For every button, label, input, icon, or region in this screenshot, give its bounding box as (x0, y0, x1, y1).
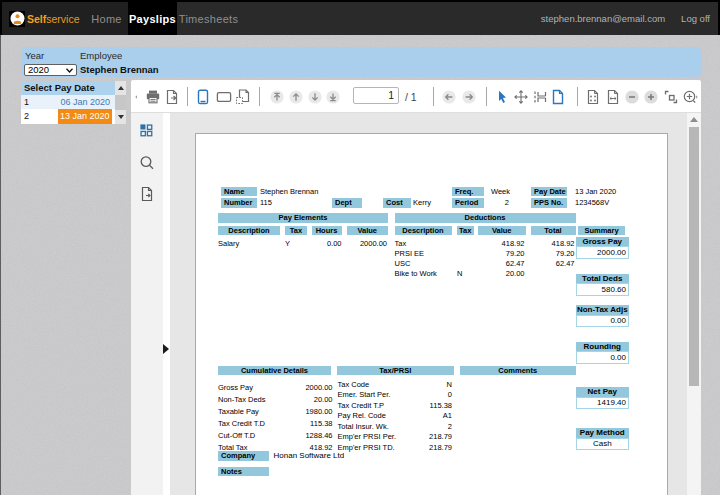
zoom-window-icon[interactable] (662, 80, 680, 113)
cumulative-value: 1288.46 (276, 431, 333, 441)
tax-prsi-label: Tax Credit T.P (338, 401, 385, 411)
payslip-ppsno-label: PPS No. (531, 198, 567, 208)
pay-date-rows: 106 Jan 2020213 Jan 2020 (21, 95, 115, 124)
cumulative-label: Tax Credit T.D (218, 419, 265, 429)
toolbar-separator (433, 87, 434, 106)
cumulative-label: Non-Tax Deds (218, 395, 266, 405)
window-left-edge (0, 35, 1, 495)
deductions-col-value: Value (478, 226, 526, 236)
export-icon[interactable] (163, 80, 181, 113)
pay-date-panel: Select Pay Date 106 Jan 2020213 Jan 2020 (21, 81, 126, 124)
scroll-right-chevron-icon[interactable] (695, 80, 703, 113)
continuous-view-icon[interactable] (215, 80, 233, 113)
report-viewer: / 1 NameStephen BrennanFreq.WeekPay Date… (131, 80, 701, 495)
company-label: Company (218, 451, 269, 461)
pay-element-value: 2000.00 (346, 239, 387, 249)
single-page-view-icon[interactable] (194, 80, 212, 113)
forward-icon[interactable] (461, 80, 478, 113)
deduction-value: 62.47 (477, 259, 525, 269)
scroll-up-icon[interactable] (687, 115, 702, 124)
logoff-link[interactable]: Log off (681, 13, 710, 24)
deduction-total: 79.20 (530, 249, 575, 259)
tax-prsi-label: Total Insur. Wk. (338, 422, 389, 432)
app-logo[interactable]: Selfservice (2, 2, 80, 35)
scrollbar-thumb[interactable] (115, 95, 126, 111)
toolbar-separator (187, 87, 188, 106)
zoom-out-icon[interactable] (624, 80, 641, 113)
pay-date-value[interactable]: 13 Jan 2020 (58, 109, 112, 123)
app-header: Selfservice HomePayslipsTimesheets steph… (0, 0, 720, 35)
scrollbar-thumb[interactable] (689, 127, 699, 386)
scroll-down-icon[interactable] (115, 110, 126, 124)
tax-prsi-value: 115.38 (386, 401, 452, 411)
viewer-toolbar: / 1 (131, 80, 701, 113)
zoom-in-icon[interactable] (643, 80, 660, 113)
search-icon[interactable] (139, 155, 155, 171)
fit-page-icon[interactable] (584, 80, 602, 113)
select-tool-icon[interactable] (493, 80, 511, 113)
snap-tool-icon[interactable] (531, 80, 549, 113)
page-tool-icon[interactable] (549, 80, 567, 113)
multi-page-view-icon[interactable] (234, 80, 252, 113)
previous-page-icon[interactable] (287, 80, 304, 113)
payslip-name-label: Name (221, 187, 257, 197)
deduction-description: Bike to Work (395, 269, 437, 279)
panel-splitter[interactable] (163, 113, 170, 495)
pay-element-description: Salary (218, 239, 239, 249)
app-title: Selfservice (27, 13, 80, 25)
pay-date-value[interactable]: 06 Jan 2020 (60, 95, 110, 109)
tax-prsi-title: Tax/PRSI (337, 366, 455, 376)
deductions-col-total: Total (531, 226, 576, 236)
summary-title: Summary (578, 226, 625, 236)
pay-date-scrollbar[interactable] (115, 81, 126, 124)
print-icon[interactable] (144, 80, 162, 113)
pay-date-row[interactable]: 106 Jan 2020 (21, 95, 115, 109)
scroll-left-chevron-icon[interactable] (134, 80, 142, 113)
screen: Selfservice HomePayslipsTimesheets steph… (0, 0, 720, 495)
expand-panel-icon[interactable] (163, 344, 169, 354)
payslip-period-label: Period (452, 198, 484, 208)
fit-width-icon[interactable] (604, 80, 622, 113)
year-select[interactable]: 2020 (24, 64, 77, 76)
payslip-page: NameStephen BrennanFreq.WeekPay Date13 J… (195, 133, 668, 495)
nav-tab-home[interactable]: Home (85, 2, 129, 35)
pay-element-hours: 0.00 (312, 239, 342, 249)
app-title-primary: Self (27, 13, 46, 25)
tax-prsi-value: 218.79 (386, 432, 452, 442)
employee-value: Stephen Brennan (80, 64, 159, 75)
document-scrollbar[interactable] (687, 113, 702, 495)
deduction-value: 418.92 (477, 239, 525, 249)
tax-prsi-label: Pay Rel. Code (338, 411, 386, 421)
page-number-input[interactable] (353, 87, 400, 104)
payslip-number-value: 115 (260, 198, 272, 208)
first-page-icon[interactable] (269, 80, 286, 113)
cumulative-label: Gross Pay (218, 383, 253, 393)
deduction-description: Tax (395, 239, 407, 249)
pay-elements-title: Pay Elements (218, 213, 388, 223)
tax-prsi-label: Tax Code (338, 380, 370, 390)
parameters-grid-icon[interactable] (139, 123, 155, 139)
page-thumbnails-icon[interactable] (139, 186, 155, 202)
pay-elements-col-hours: Hours (312, 226, 342, 236)
last-page-icon[interactable] (325, 80, 342, 113)
summary-gross-pay-label: Gross Pay (576, 237, 630, 247)
scroll-up-icon[interactable] (115, 81, 126, 95)
header-right: stephen.brennan@email.com Log off (541, 2, 718, 35)
cumulative-value: 1980.00 (276, 407, 333, 417)
back-icon[interactable] (441, 80, 458, 113)
pay-date-row[interactable]: 213 Jan 2020 (21, 109, 115, 123)
pan-tool-icon[interactable] (512, 80, 530, 113)
summary-net-pay-label: Net Pay (576, 387, 630, 397)
payslip-cost-value: Kerry (413, 198, 431, 208)
nav-tab-timesheets[interactable]: Timesheets (177, 2, 241, 35)
next-page-icon[interactable] (307, 80, 324, 113)
payslip-paydate-label: Pay Date (531, 187, 567, 197)
viewer-body: NameStephen BrennanFreq.WeekPay Date13 J… (131, 113, 701, 495)
deduction-total: 62.47 (530, 259, 575, 269)
employee-label: Employee (80, 50, 122, 61)
cumulative-label: Taxable Pay (218, 407, 259, 417)
cumulative-value: 115.38 (276, 419, 333, 429)
nav-tab-payslips[interactable]: Payslips (129, 2, 177, 35)
tax-prsi-value: N (386, 380, 452, 390)
deduction-description: USC (395, 259, 411, 269)
